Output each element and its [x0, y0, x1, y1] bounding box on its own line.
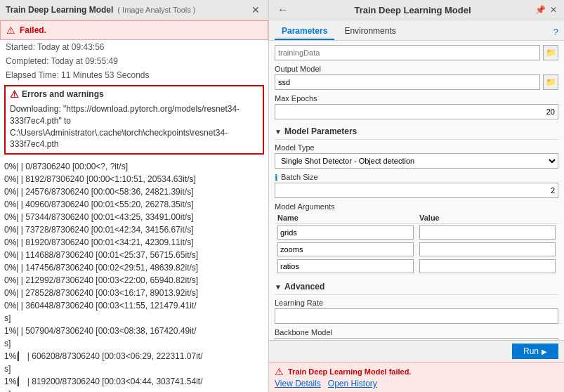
started-value: Today at 09:43:56 — [37, 42, 104, 52]
panel-header: Train Deep Learning Model ( Image Analys… — [0, 0, 268, 20]
log-line: 1%|▏ | 606208/87306240 [00:03<06:29, 222… — [4, 350, 264, 362]
log-line: 1%|▏ | 819200/87306240 [00:03<04:44, 303… — [4, 375, 264, 388]
log-line: 0%| | 40960/87306240 [00:01<55:20, 26278… — [4, 198, 264, 211]
panel-title: Train Deep Learning Model — [6, 5, 113, 15]
batch-size-label: Batch Size — [281, 173, 318, 181]
model-arg-name-input[interactable] — [277, 226, 414, 240]
completed-row: Completed: Today at 09:55:49 — [0, 54, 268, 68]
elapsed-row: Elapsed Time: 11 Minutes 53 Seconds — [0, 68, 268, 82]
output-model-folder-button[interactable]: 📁 — [543, 74, 558, 90]
learning-rate-input[interactable] — [275, 308, 558, 324]
model-params-label: Model Parameters — [284, 126, 357, 136]
model-arg-name-input[interactable] — [277, 259, 414, 273]
completed-value: Today at 09:55:49 — [51, 56, 117, 66]
geo-header: ← Train Deep Learning Model 📌 ✕ — [269, 0, 564, 20]
tab-parameters[interactable]: Parameters — [275, 23, 334, 40]
advanced-chevron: ▼ — [275, 283, 282, 291]
output-model-input[interactable] — [275, 74, 540, 90]
model-arg-value-input[interactable] — [419, 259, 556, 273]
log-line: s] — [4, 362, 264, 375]
tabs-row: Parameters Environments ? — [269, 20, 564, 41]
model-type-field: Model Type Single Shot Detector - Object… — [275, 143, 558, 169]
elapsed-label: Elapsed Time: — [6, 70, 59, 80]
learning-rate-field: Learning Rate — [275, 299, 558, 324]
model-arg-name-input[interactable] — [277, 242, 414, 256]
run-row: Run ▶ — [269, 340, 564, 362]
log-line: 0%| | 81920/87306240 [00:01<34:21, 42309… — [4, 236, 264, 249]
training-data-folder-button[interactable]: 📁 — [543, 45, 558, 60]
log-line: 0%| | 278528/87306240 [00:03<16:17, 8901… — [4, 287, 264, 299]
model-arg-value-input[interactable] — [419, 242, 556, 256]
learning-rate-label: Learning Rate — [275, 299, 558, 307]
model-type-label: Model Type — [275, 143, 558, 152]
model-params-section-header[interactable]: ▼ Model Parameters — [275, 124, 558, 140]
batch-size-info-icon: ℹ — [275, 173, 278, 183]
back-button[interactable]: ← — [275, 4, 291, 16]
training-data-field: 📁 — [275, 45, 558, 60]
max-epochs-label: Max Epochs — [275, 94, 558, 103]
model-params-chevron: ▼ — [275, 128, 282, 136]
model-args-row — [275, 241, 558, 258]
log-line: 0%| | 0/87306240 [00:00<?, ?it/s] — [4, 160, 264, 173]
model-args-table: Name Value — [275, 212, 558, 275]
log-line: s] — [4, 337, 264, 350]
panel-subtitle: ( Image Analyst Tools ) — [117, 6, 195, 14]
log-line: 0%| | 8192/87306240 [00:00<1:10:51, 2053… — [4, 173, 264, 185]
model-args-field: Model Arguments Name Value — [275, 202, 558, 275]
log-area[interactable]: 0%| | 0/87306240 [00:00<?, ?it/s] 0%| | … — [0, 157, 268, 392]
advanced-label: Advanced — [284, 282, 324, 292]
advanced-section-header[interactable]: ▼ Advanced — [275, 279, 558, 295]
run-arrow-icon: ▶ — [542, 348, 547, 355]
help-icon[interactable]: ? — [553, 27, 558, 37]
tab-environments[interactable]: Environments — [337, 23, 402, 40]
model-type-select[interactable]: Single Shot Detector - Object detection — [275, 153, 558, 169]
started-row: Started: Today at 09:43:56 — [0, 40, 268, 54]
max-epochs-field: Max Epochs — [275, 94, 558, 119]
error-text-1: Downloading: "https://download.pytorch.o… — [10, 104, 240, 149]
errors-section: ⚠ Errors and warnings Downloading: "http… — [4, 85, 264, 155]
log-line: 0%| | 212992/87306240 [00:03<22:00, 6594… — [4, 274, 264, 287]
output-model-field: Output Model 📁 — [275, 65, 558, 90]
batch-size-field: ℹ Batch Size — [275, 173, 558, 198]
log-line: 0%| | 57344/87306240 [00:01<43:25, 33491… — [4, 211, 264, 223]
output-model-label: Output Model — [275, 65, 558, 73]
model-args-label: Model Arguments — [275, 202, 558, 211]
backbone-model-field: Backbone Model ResNet 34 — [275, 328, 558, 340]
error-body: Downloading: "https://download.pytorch.o… — [6, 102, 263, 153]
backbone-model-label: Backbone Model — [275, 328, 558, 337]
max-epochs-input[interactable] — [275, 104, 558, 119]
model-args-row — [275, 224, 558, 242]
errors-header: ⚠ Errors and warnings — [6, 86, 263, 102]
footer-error-icon: ⚠ — [275, 366, 284, 377]
footer-error-text: Train Deep Learning Model failed. — [288, 367, 411, 376]
footer-links: View Details Open History — [275, 379, 558, 388]
error-warn-icon: ⚠ — [10, 89, 19, 100]
status-text: Failed. — [20, 25, 46, 35]
model-arg-value-input[interactable] — [419, 226, 556, 240]
footer-error-row: ⚠ Train Deep Learning Model failed. — [275, 366, 558, 377]
log-line: 0%| | 24576/87306240 [00:00<58:36, 24821… — [4, 185, 264, 198]
log-line: 1%| | 507904/87306240 [00:03<08:38, 1674… — [4, 325, 264, 337]
col-value-header: Value — [417, 212, 558, 224]
run-button[interactable]: Run ▶ — [512, 344, 558, 359]
right-panel: ← Train Deep Learning Model 📌 ✕ Paramete… — [269, 0, 564, 392]
left-panel: Train Deep Learning Model ( Image Analys… — [0, 0, 269, 392]
unpin-button[interactable]: ✕ — [549, 5, 558, 15]
started-label: Started: — [6, 42, 35, 52]
elapsed-value: 11 Minutes 53 Seconds — [61, 70, 149, 80]
training-data-input[interactable] — [275, 45, 540, 60]
view-details-link[interactable]: View Details — [275, 379, 321, 388]
log-line: 0%| | 147456/87306240 [00:02<29:51, 4863… — [4, 261, 264, 274]
log-line: s] — [4, 388, 264, 392]
pin-button[interactable]: 📌 — [534, 5, 547, 15]
run-label: Run — [523, 346, 539, 356]
warn-icon: ⚠ — [6, 25, 15, 36]
batch-size-input[interactable] — [275, 183, 558, 198]
log-line: 0%| | 73728/87306240 [00:01<42:34, 34156… — [4, 223, 264, 236]
params-body: 📁 Output Model 📁 Max Epochs ▼ Model Para… — [269, 41, 564, 340]
col-name-header: Name — [275, 212, 417, 224]
close-button[interactable]: ✕ — [249, 4, 263, 15]
errors-header-text: Errors and warnings — [22, 89, 104, 99]
open-history-link[interactable]: Open History — [328, 379, 377, 388]
footer-error-bar: ⚠ Train Deep Learning Model failed. View… — [269, 362, 564, 392]
